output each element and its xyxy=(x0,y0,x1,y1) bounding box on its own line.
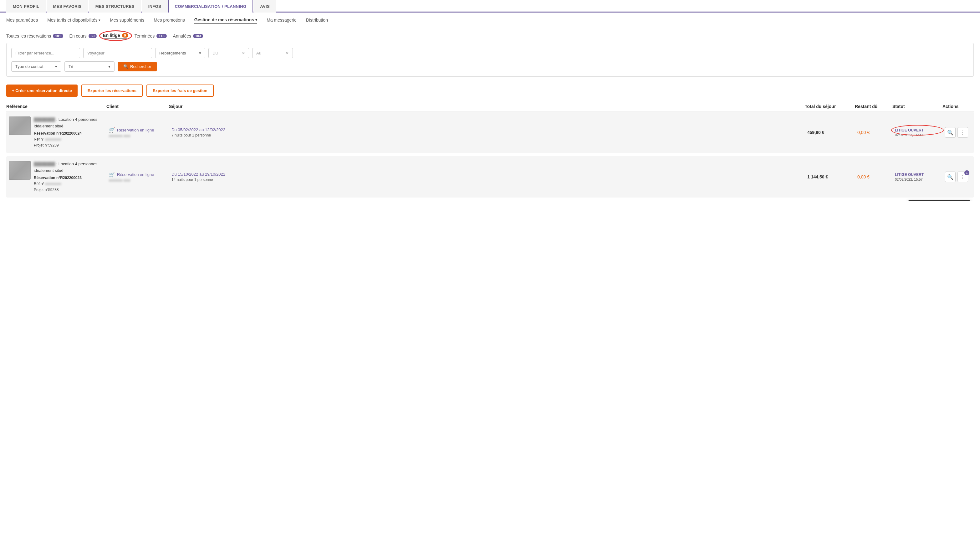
filter-tab-en-cours[interactable]: En cours 59 xyxy=(70,33,97,38)
tab-mes-favoris[interactable]: MES FAVORIS xyxy=(47,0,88,13)
ref-cell-row1: ████████ : Location 4 personnes idéaleme… xyxy=(6,116,107,148)
ref-n: Réf n° ●●●●●●● xyxy=(34,181,104,187)
subnav-mes-parametres[interactable]: Mes paramètres xyxy=(6,18,38,24)
export-reservations-button[interactable]: Exporter les réservations xyxy=(81,84,143,97)
voyageur-filter-input[interactable] xyxy=(83,48,152,58)
subnav-mes-supplements[interactable]: Mes suppléments xyxy=(110,18,144,24)
blurred-ref-n: ●●●●●●● xyxy=(45,137,61,142)
projet-num: Projet n°59238 xyxy=(34,187,104,193)
filter-tabs-container: Toutes les réservations 181 En cours 59 … xyxy=(0,29,980,43)
client-cell-row1: 🛒 Réservation en ligne ●●●●●● ●●● xyxy=(107,127,169,138)
tab-mes-structures[interactable]: MES STRUCTURES xyxy=(89,0,141,13)
sejour-cell-row2: Du 15/10/2022 au 29/10/2022 14 nuits pou… xyxy=(169,172,805,182)
sejour-dates: Du 05/02/2022 au 12/02/2022 xyxy=(172,127,802,132)
sejour-dates: Du 15/10/2022 au 29/10/2022 xyxy=(172,172,802,177)
total-cell-row1: 459,90 € xyxy=(805,130,855,135)
projet-num: Projet n°59239 xyxy=(34,142,104,148)
ref-cell-row2: ████████ : Location 4 personnes idéaleme… xyxy=(6,161,107,193)
tab-avis[interactable]: AVIS xyxy=(253,0,276,13)
col-statut: Statut xyxy=(892,104,942,109)
more-options-button-row2[interactable]: ⋮ 1 xyxy=(958,172,968,182)
tab-mon-profil[interactable]: MON PROFIL xyxy=(6,0,46,13)
restant-cell-row1: 0,00 € xyxy=(855,130,892,135)
clear-du-icon[interactable]: ✕ xyxy=(242,51,245,56)
filter-tab-toutes[interactable]: Toutes les réservations 181 xyxy=(6,33,63,38)
subnav-mes-promotions[interactable]: Mes promotions xyxy=(154,18,185,24)
notification-badge: 1 xyxy=(964,170,969,175)
more-options-button-row1[interactable]: ⋮ xyxy=(958,127,968,138)
sub-navigation: Mes paramètres Mes tarifs et disponibili… xyxy=(0,13,980,29)
date-au-input[interactable]: Au ✕ xyxy=(252,48,293,58)
table-row: ████████ : Location 4 personnes idéaleme… xyxy=(6,156,974,198)
status-cell-row2: LITIGE OUVERT 02/02/2022, 15:57 xyxy=(892,172,942,181)
tab-commercialisation-planning[interactable]: COMMERCIALISATION / PLANNING xyxy=(168,0,253,13)
status-cell-row1: LITIGE OUVERT 02/02/2022, 16:00 xyxy=(892,128,942,137)
property-thumbnail xyxy=(9,116,31,135)
chevron-down-icon: ▾ xyxy=(199,51,201,56)
hebergements-select[interactable]: Hébergements ▾ xyxy=(155,48,205,58)
chevron-down-icon: ▾ xyxy=(99,18,100,22)
client-name-blurred: ●●●●●● ●●● xyxy=(109,178,154,183)
col-reference: Référence xyxy=(6,104,107,109)
subnav-ma-messagerie[interactable]: Ma messagerie xyxy=(267,18,297,24)
blurred-text: ████████ xyxy=(34,117,55,122)
table-header-row: Référence Client Séjour Total du séjour … xyxy=(6,102,974,112)
actions-cell-row2: 🔍 ⋮ 1 xyxy=(942,172,974,182)
cart-icon: 🛒 xyxy=(109,127,115,133)
filter-tab-en-litige[interactable]: En litige 9 xyxy=(103,33,128,39)
client-name-blurred: ●●●●●● ●●● xyxy=(109,134,154,138)
search-button[interactable]: 🔍 Rechercher xyxy=(118,62,157,72)
chevron-down-icon: ▾ xyxy=(255,18,257,22)
chevron-down-icon: ▾ xyxy=(108,64,110,69)
search-icon: 🔍 xyxy=(123,64,128,69)
sejour-cell-row1: Du 05/02/2022 au 12/02/2022 7 nuits pour… xyxy=(169,127,805,137)
reservations-table: Référence Client Séjour Total du séjour … xyxy=(0,102,980,198)
status-date: 02/02/2022, 16:00 xyxy=(895,133,940,137)
export-frais-button[interactable]: Exporter les frais de gestion xyxy=(146,84,214,97)
badge-terminees: 113 xyxy=(156,34,167,38)
col-actions: Actions xyxy=(942,104,974,109)
view-button-row1[interactable]: 🔍 xyxy=(945,127,956,138)
action-buttons-bar: + Créer une réservation directe Exporter… xyxy=(0,81,980,102)
badge-en-cours: 59 xyxy=(89,34,97,38)
sejour-nights: 7 nuits pour 1 personne xyxy=(172,133,802,137)
top-navigation: MON PROFIL MES FAVORIS MES STRUCTURES IN… xyxy=(0,0,980,13)
sejour-nights: 14 nuits pour 1 personne xyxy=(172,177,802,182)
col-total: Total du séjour xyxy=(805,104,855,109)
ref-title: ████████ : Location 4 personnes idéaleme… xyxy=(34,161,104,174)
reservation-number: Réservation n°R202200024 xyxy=(34,131,104,137)
actions-cell-row1: 🔍 ⋮ xyxy=(942,127,974,138)
subnav-mes-tarifs[interactable]: Mes tarifs et disponibilités ▾ xyxy=(47,18,100,24)
badge-annulees: 103 xyxy=(193,34,203,38)
filter-tab-annulees[interactable]: Annulées 103 xyxy=(173,33,204,38)
actions-dropdown-menu: ✉ Voir la conversation ⚠ Consulter le li… xyxy=(908,200,970,201)
total-cell-row2: 1 144,50 € xyxy=(805,174,855,179)
clear-au-icon[interactable]: ✕ xyxy=(286,51,289,56)
view-button-row2[interactable]: 🔍 xyxy=(945,172,956,182)
ref-n: Réf n° ●●●●●●● xyxy=(34,137,104,142)
reference-filter-input[interactable] xyxy=(11,48,80,58)
tri-select[interactable]: Tri ▾ xyxy=(64,61,115,72)
col-restant: Restant dû xyxy=(855,104,892,109)
date-du-input[interactable]: Du ✕ xyxy=(208,48,249,58)
property-thumbnail xyxy=(9,161,31,180)
ref-title: ████████ : Location 4 personnes idéaleme… xyxy=(34,116,104,130)
dropdown-item-voir-conversation[interactable]: ✉ Voir la conversation xyxy=(908,200,970,201)
badge-en-litige: 9 xyxy=(122,33,128,38)
type-contrat-select[interactable]: Type de contrat ▾ xyxy=(11,61,61,72)
table-row: ████████ : Location 4 personnes idéaleme… xyxy=(6,112,974,153)
reservation-number: Réservation n°R202200023 xyxy=(34,175,104,181)
status-date: 02/02/2022, 15:57 xyxy=(895,177,940,181)
filter-tab-terminees[interactable]: Terminées 113 xyxy=(135,33,167,38)
status-badge: LITIGE OUVERT xyxy=(895,128,940,132)
status-badge: LITIGE OUVERT xyxy=(895,172,940,177)
col-sejour: Séjour xyxy=(169,104,805,109)
search-filters-panel: Hébergements ▾ Du ✕ Au ✕ Type de contrat… xyxy=(6,43,974,77)
create-reservation-button[interactable]: + Créer une réservation directe xyxy=(6,84,78,97)
blurred-text: ████████ xyxy=(34,162,55,166)
badge-toutes: 181 xyxy=(53,34,63,38)
tab-infos[interactable]: INFOS xyxy=(142,0,168,13)
subnav-gestion-reservations[interactable]: Gestion de mes réservations ▾ xyxy=(194,17,257,24)
cart-icon: 🛒 xyxy=(109,172,115,177)
subnav-distribution[interactable]: Distribution xyxy=(306,18,328,24)
